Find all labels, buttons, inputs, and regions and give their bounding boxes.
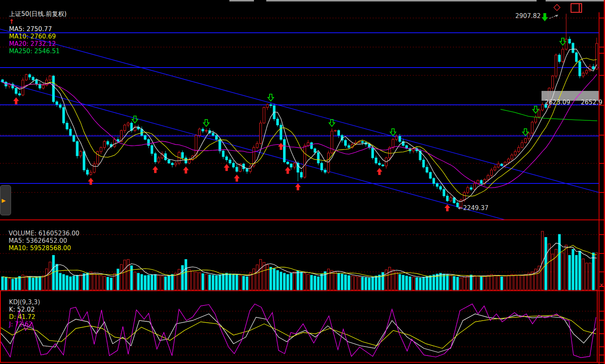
kdj-k-value: K: 52.02 — [9, 306, 35, 313]
symbol-title: 上证50(日线.前复权) — [9, 10, 67, 18]
range-low-value: 2623.09 — [545, 99, 570, 106]
kdj-header: KDJ(9,3,3) K: 52.02 D: 41.72 J: 72.62 — [1, 291, 44, 335]
left-arrow-icon: ← — [458, 204, 463, 212]
ma250-value: MA250: 2546.51 — [9, 47, 60, 55]
restore-window-icon[interactable] — [571, 3, 582, 13]
chart-window: 上证50(日线.前复权) ↑ MA5: 2750.77 MA10: 2760.6… — [0, 0, 605, 364]
peak-price-label: 2907.82 — [515, 12, 541, 20]
range-box-label: 2623.092652.9 — [545, 99, 603, 106]
low-price-value: 2249.37 — [463, 204, 489, 212]
ma5-value: MA5: 2750.77 — [9, 25, 52, 33]
chart-canvas[interactable] — [0, 0, 605, 364]
restore-window-icon-detail — [579, 4, 580, 12]
ma10-value: MA10: 2760.69 — [9, 33, 56, 40]
main-chart-header: 上证50(日线.前复权) ↑ MA5: 2750.77 MA10: 2760.6… — [1, 3, 71, 62]
signal-up-arrow-icon: ↑ — [9, 18, 14, 25]
x-marker-icon[interactable]: ✕ — [599, 282, 604, 288]
kdj-d-value: D: 41.72 — [9, 313, 35, 321]
low-price-label: ←2249.37 — [458, 204, 489, 212]
range-high-value: 2652.9 — [581, 99, 603, 106]
pan-handle[interactable]: ▶ — [0, 185, 11, 215]
kdj-j-value: J: 72.62 — [9, 321, 32, 328]
volume-value: VOLUME: 61605236.00 — [9, 230, 79, 237]
volume-ma10-value: MA10: 59528568.00 — [9, 244, 71, 252]
pan-right-arrow-icon: ▶ — [2, 197, 6, 203]
kdj-label: KDJ(9,3,3) — [9, 298, 40, 306]
volume-ma5-value: MA5: 53626452.00 — [9, 237, 67, 244]
diamond-icon[interactable]: ◇ — [553, 2, 560, 12]
ma20-value: MA20: 2732.12 — [9, 40, 56, 47]
volume-header: VOLUME: 61605236.00 MA5: 53626452.00 MA1… — [1, 222, 84, 259]
